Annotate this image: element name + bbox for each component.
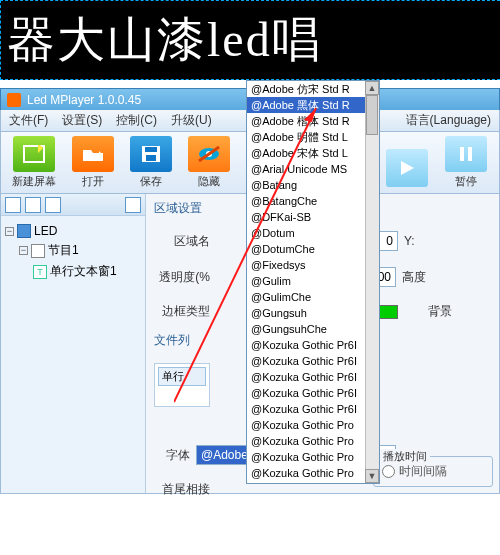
- new-screen-button[interactable]: 新建屏幕: [7, 136, 61, 189]
- font-option[interactable]: @Kozuka Gothic Pro: [247, 433, 379, 449]
- zone-name-label: 区域名: [154, 233, 210, 250]
- collapse-icon[interactable]: −: [5, 227, 14, 236]
- time-interval-radio[interactable]: 时间间隔: [382, 463, 484, 480]
- font-option[interactable]: @DotumChe: [247, 241, 379, 257]
- opacity-label: 透明度(%: [154, 269, 210, 286]
- font-option[interactable]: @Kozuka Gothic Pro: [247, 449, 379, 465]
- font-option[interactable]: @Dotum: [247, 225, 379, 241]
- sidebar: − LED − 节目1 T 单行文本窗1: [1, 194, 146, 493]
- scroll-up-icon[interactable]: ▲: [365, 81, 379, 95]
- font-dropdown[interactable]: @Adobe 仿宋 Std R@Adobe 黑体 Std R@Adobe 楷体 …: [246, 80, 380, 484]
- play-time-group: 播放时间 时间间隔: [373, 456, 493, 487]
- led-preview: 器大山漆led唱: [0, 0, 500, 80]
- hide-button[interactable]: 隐藏: [182, 136, 236, 189]
- border-label: 边框类型: [154, 303, 210, 320]
- font-option[interactable]: @Batang: [247, 177, 379, 193]
- tree-program[interactable]: − 节目1: [5, 240, 141, 261]
- font-option[interactable]: @Kozuka Gothic Pr6I: [247, 337, 379, 353]
- pause-button[interactable]: 暂停: [439, 136, 493, 189]
- layout3-icon[interactable]: [45, 197, 61, 213]
- font-option[interactable]: @Kozuka Gothic Pr6I: [247, 353, 379, 369]
- font-option[interactable]: @Gungsuh: [247, 305, 379, 321]
- tree-root[interactable]: − LED: [5, 222, 141, 240]
- svg-rect-11: [468, 147, 472, 161]
- menu-file[interactable]: 文件(F): [9, 112, 48, 129]
- font-option[interactable]: @Adobe 明體 Std L: [247, 129, 379, 145]
- font-option[interactable]: @BatangChe: [247, 193, 379, 209]
- y-label: Y:: [404, 234, 415, 248]
- font-option[interactable]: @DFKai-SB: [247, 209, 379, 225]
- window-title: Led MPlayer 1.0.0.45: [27, 93, 141, 107]
- led-icon: [17, 224, 31, 238]
- svg-rect-4: [145, 147, 157, 152]
- font-option[interactable]: @Kozuka Gothic Pr6I: [247, 369, 379, 385]
- menu-upgrade[interactable]: 升级(U): [171, 112, 212, 129]
- font-option[interactable]: @Adobe 仿宋 Std R: [247, 81, 379, 97]
- program-icon: [31, 244, 45, 258]
- scroll-thumb[interactable]: [366, 95, 378, 135]
- menu-language[interactable]: 语言(Language): [406, 112, 491, 129]
- font-label: 字体: [154, 447, 190, 464]
- open-button[interactable]: 打开: [65, 136, 119, 189]
- dropdown-scrollbar[interactable]: ▲ ▼: [365, 81, 379, 483]
- scroll-down-icon[interactable]: ▼: [365, 469, 379, 483]
- font-option[interactable]: @Fixedsys: [247, 257, 379, 273]
- font-option[interactable]: @Arial Unicode MS: [247, 161, 379, 177]
- tree-textwindow[interactable]: T 单行文本窗1: [5, 261, 141, 282]
- preview-text: 器大山漆led唱: [7, 8, 322, 72]
- menu-control[interactable]: 控制(C): [116, 112, 157, 129]
- collapse-icon[interactable]: −: [19, 246, 28, 255]
- svg-rect-5: [146, 155, 156, 161]
- file-item[interactable]: 单行: [158, 367, 206, 386]
- font-option[interactable]: @Adobe 楷体 Std R: [247, 113, 379, 129]
- bg-label: 背景: [428, 303, 452, 320]
- text-window-icon: T: [33, 265, 47, 279]
- svg-rect-10: [460, 147, 464, 161]
- font-option[interactable]: @Adobe 黑体 Std R: [247, 97, 379, 113]
- top-opt-label: 首尾相接: [154, 481, 210, 498]
- app-logo-icon: [7, 93, 21, 107]
- svg-marker-9: [401, 161, 414, 175]
- font-option[interactable]: @Kozuka Gothic Pro: [247, 417, 379, 433]
- font-option[interactable]: @GungsuhChe: [247, 321, 379, 337]
- font-option[interactable]: @Kozuka Gothic Pr6I: [247, 401, 379, 417]
- height-label: 高度: [402, 269, 426, 286]
- menu-settings[interactable]: 设置(S): [62, 112, 102, 129]
- layout4-icon[interactable]: [125, 197, 141, 213]
- play-button[interactable]: [380, 136, 434, 189]
- play-time-legend: 播放时间: [380, 449, 430, 464]
- file-list[interactable]: 单行: [154, 363, 210, 407]
- font-option[interactable]: @Kozuka Gothic Pr6I: [247, 385, 379, 401]
- font-option[interactable]: @GulimChe: [247, 289, 379, 305]
- font-option[interactable]: @Gulim: [247, 273, 379, 289]
- layout1-icon[interactable]: [5, 197, 21, 213]
- sidebar-toolbar: [1, 194, 145, 216]
- save-button[interactable]: 保存: [124, 136, 178, 189]
- font-option[interactable]: @Adobe 宋体 Std L: [247, 145, 379, 161]
- font-option[interactable]: @Kozuka Gothic Pro: [247, 481, 379, 484]
- font-option[interactable]: @Kozuka Gothic Pro: [247, 465, 379, 481]
- tree-view[interactable]: − LED − 节目1 T 单行文本窗1: [1, 216, 145, 493]
- layout2-icon[interactable]: [25, 197, 41, 213]
